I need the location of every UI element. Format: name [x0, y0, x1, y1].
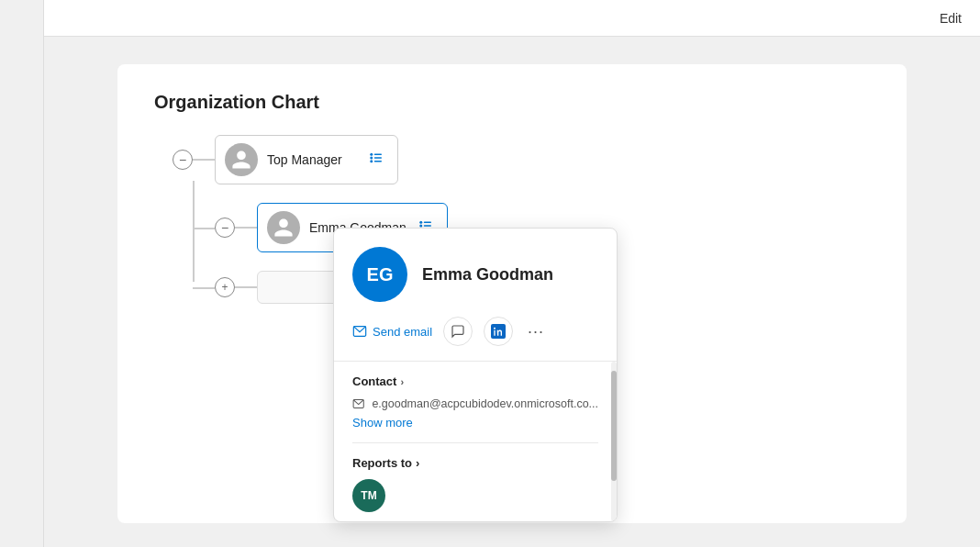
top-manager-list-icon[interactable]: [368, 150, 384, 170]
svg-point-4: [370, 160, 373, 162]
svg-rect-7: [424, 222, 431, 224]
edit-button[interactable]: Edit: [940, 11, 962, 26]
left-sidebar: [0, 0, 44, 547]
popup-scrollbar-thumb: [611, 371, 617, 481]
top-manager-node[interactable]: Top Manager: [215, 135, 398, 184]
connector-h-emma: [235, 227, 257, 229]
top-manager-expand[interactable]: −: [173, 150, 193, 170]
reports-to-section: Reports to › TM: [334, 443, 617, 521]
reports-to-header[interactable]: Reports to ›: [352, 456, 598, 470]
person-icon-emma: [273, 217, 295, 239]
contact-email-row: e.goodman@acpcubidodev.onmicrosoft.co...: [352, 397, 598, 410]
popup-avatar: EG: [352, 247, 407, 302]
popup-scrollbar[interactable]: [611, 362, 617, 521]
org-chart-container: Organization Chart − Top Manager: [117, 64, 907, 523]
svg-point-0: [370, 153, 373, 156]
person-icon: [230, 149, 252, 171]
popup-body: Contact › e.goodman@acpcubidodev.onmicro…: [334, 362, 617, 521]
top-manager-row: − Top Manager: [173, 135, 870, 184]
reports-preview: TM: [352, 479, 598, 512]
svg-rect-5: [374, 161, 382, 162]
chat-button[interactable]: [443, 317, 473, 346]
email-icon: [352, 324, 367, 339]
popup-person-name: Emma Goodman: [422, 265, 553, 285]
show-more-button[interactable]: Show more: [352, 416, 413, 430]
svg-rect-3: [374, 157, 382, 159]
popup-header: EG Emma Goodman: [334, 229, 617, 317]
connector-h-top: [193, 159, 215, 161]
top-manager-name: Top Manager: [267, 152, 357, 167]
main-content: Organization Chart − Top Manager: [44, 37, 980, 547]
svg-rect-1: [374, 154, 382, 156]
svg-rect-9: [424, 225, 431, 227]
chat-icon: [451, 324, 465, 339]
emma-avatar: [267, 211, 300, 244]
top-manager-avatar: [225, 143, 258, 176]
contact-section-header[interactable]: Contact ›: [352, 374, 598, 388]
svg-point-6: [419, 221, 422, 224]
svg-point-2: [370, 157, 373, 160]
org-chart-title: Organization Chart: [154, 92, 870, 113]
top-bar: Edit: [0, 0, 980, 37]
contact-chevron: ›: [400, 376, 404, 387]
emma-expand[interactable]: −: [215, 218, 235, 238]
reports-to-chevron: ›: [416, 456, 419, 470]
linkedin-icon: [491, 324, 506, 339]
more-options-button[interactable]: ···: [524, 322, 548, 341]
popup-actions: Send email ···: [334, 317, 617, 362]
popup-card: EG Emma Goodman Send email: [333, 228, 618, 522]
linkedin-button[interactable]: [484, 317, 513, 346]
contact-email-icon: [352, 397, 364, 410]
contact-section: Contact › e.goodman@acpcubidodev.onmicro…: [334, 362, 617, 442]
send-email-button[interactable]: Send email: [352, 324, 432, 339]
reports-to-avatar: TM: [352, 479, 385, 512]
contact-email-value: e.goodman@acpcubidodev.onmicrosoft.co...: [372, 397, 598, 410]
